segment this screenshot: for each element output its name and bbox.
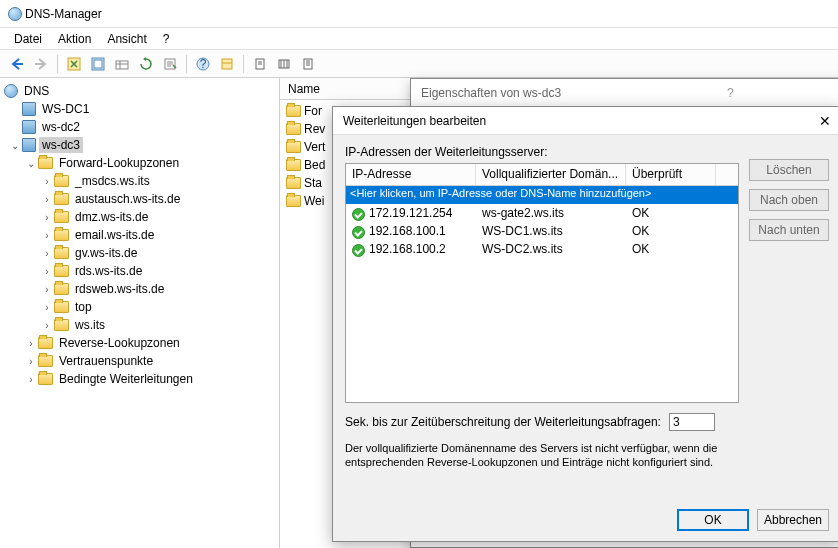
folder-icon [286, 123, 301, 135]
move-down-button[interactable]: Nach unten [749, 219, 829, 241]
dialog-title: Weiterleitungen bearbeiten [343, 114, 486, 128]
expand-icon[interactable]: › [40, 212, 54, 223]
expand-icon[interactable]: › [40, 248, 54, 259]
title-bar: DNS-Manager [0, 0, 838, 28]
svg-rect-5 [116, 61, 128, 69]
menu-file[interactable]: Datei [6, 30, 50, 48]
tree-trust[interactable]: ›Vertrauenspunkte [0, 352, 279, 370]
tree-server[interactable]: ws-dc2 [0, 118, 279, 136]
folder-icon [286, 177, 301, 189]
expand-icon[interactable]: › [40, 176, 54, 187]
folder-icon [38, 355, 53, 367]
expand-icon[interactable]: › [40, 320, 54, 331]
folder-icon [286, 159, 301, 171]
tree-zone[interactable]: ›ws.its [0, 316, 279, 334]
add-entry-row[interactable]: <Hier klicken, um IP-Adresse oder DNS-Na… [346, 186, 738, 204]
forwarder-row[interactable]: 192.168.100.2WS-DC2.ws.itsOK [346, 240, 738, 258]
col-verified[interactable]: Überprüft [626, 164, 716, 185]
tree-server-selected[interactable]: ⌄ws-dc3 [0, 136, 279, 154]
folder-icon [54, 211, 69, 223]
delete-button[interactable]: Löschen [749, 159, 829, 181]
refresh-button[interactable] [135, 53, 157, 75]
menu-view[interactable]: Ansicht [99, 30, 154, 48]
toolbar-btn-3[interactable] [111, 53, 133, 75]
toolbar-btn-2[interactable] [87, 53, 109, 75]
folder-icon [286, 141, 301, 153]
tree-zone[interactable]: ›austausch.ws-its.de [0, 190, 279, 208]
tree-server[interactable]: WS-DC1 [0, 100, 279, 118]
folder-icon [54, 175, 69, 187]
expand-icon[interactable]: › [40, 284, 54, 295]
svg-text:?: ? [200, 57, 207, 71]
help-icon[interactable]: ? [727, 86, 734, 100]
expand-icon[interactable]: › [24, 356, 38, 367]
toolbar-btn-5[interactable] [249, 53, 271, 75]
expand-icon[interactable]: › [40, 302, 54, 313]
expand-icon[interactable]: › [24, 374, 38, 385]
tree-zone[interactable]: ›rdsweb.ws-its.de [0, 280, 279, 298]
collapse-icon[interactable]: ⌄ [8, 140, 22, 151]
col-ip[interactable]: IP-Adresse [346, 164, 476, 185]
ok-icon [352, 244, 365, 257]
expand-icon[interactable]: › [40, 230, 54, 241]
cancel-button[interactable]: Abbrechen [757, 509, 829, 531]
menu-action[interactable]: Aktion [50, 30, 99, 48]
close-icon[interactable]: ✕ [819, 113, 831, 129]
folder-icon [286, 105, 301, 117]
folder-icon [54, 319, 69, 331]
toolbar-btn-6[interactable] [273, 53, 295, 75]
col-fqdn[interactable]: Vollqualifizierter Domän... [476, 164, 626, 185]
folder-icon [54, 229, 69, 241]
folder-icon [54, 265, 69, 277]
tree-panel: DNS WS-DC1 ws-dc2 ⌄ws-dc3 ⌄Forward-Looku… [0, 78, 280, 548]
tree-root[interactable]: DNS [0, 82, 279, 100]
server-icon [22, 120, 36, 134]
help-button[interactable]: ? [192, 53, 214, 75]
folder-icon [54, 193, 69, 205]
folder-icon [38, 373, 53, 385]
tree-root-label: DNS [21, 83, 52, 99]
folder-icon [54, 283, 69, 295]
toolbar-btn-1[interactable] [63, 53, 85, 75]
export-button[interactable] [159, 53, 181, 75]
window-title: DNS-Manager [25, 7, 102, 21]
tree-zone[interactable]: ›gv.ws-its.de [0, 244, 279, 262]
tree-zone[interactable]: ›_msdcs.ws.its [0, 172, 279, 190]
folder-icon [54, 301, 69, 313]
note-text: Der vollqualifizierte Domänenname des Se… [345, 441, 739, 469]
ok-button[interactable]: OK [677, 509, 749, 531]
forwarders-label: IP-Adressen der Weiterleitungsserver: [345, 145, 829, 159]
tree-zone[interactable]: ›top [0, 298, 279, 316]
toolbar-btn-4[interactable] [216, 53, 238, 75]
dns-root-icon [4, 84, 18, 98]
folder-icon [286, 195, 301, 207]
forward-button[interactable] [30, 53, 52, 75]
forwarders-grid: IP-Adresse Vollqualifizierter Domän... Ü… [345, 163, 739, 403]
back-button[interactable] [6, 53, 28, 75]
server-icon [22, 102, 36, 116]
tree-fwd-zones[interactable]: ⌄Forward-Lookupzonen [0, 154, 279, 172]
tree-zone[interactable]: ›dmz.ws-its.de [0, 208, 279, 226]
forwarder-row[interactable]: 172.19.121.254ws-gate2.ws.itsOK [346, 204, 738, 222]
forwarder-row[interactable]: 192.168.100.1WS-DC1.ws.itsOK [346, 222, 738, 240]
toolbar-btn-7[interactable] [297, 53, 319, 75]
expand-icon[interactable]: › [40, 266, 54, 277]
tree-zone[interactable]: ›email.ws-its.de [0, 226, 279, 244]
expand-icon[interactable]: › [40, 194, 54, 205]
collapse-icon[interactable]: ⌄ [24, 158, 38, 169]
ok-icon [352, 226, 365, 239]
tree-cond-fwd[interactable]: ›Bedingte Weiterleitungen [0, 370, 279, 388]
server-icon [22, 138, 36, 152]
move-up-button[interactable]: Nach oben [749, 189, 829, 211]
timeout-input[interactable] [669, 413, 715, 431]
tree-zone[interactable]: ›rds.ws-its.de [0, 262, 279, 280]
tree-rev-zones[interactable]: ›Reverse-Lookupzonen [0, 334, 279, 352]
folder-icon [38, 337, 53, 349]
svg-rect-4 [94, 60, 102, 68]
edit-forwarders-dialog: Weiterleitungen bearbeiten ✕ IP-Adressen… [332, 106, 838, 542]
menu-help[interactable]: ? [155, 30, 178, 48]
toolbar: ? [0, 50, 838, 78]
expand-icon[interactable]: › [24, 338, 38, 349]
folder-icon [38, 157, 53, 169]
folder-icon [54, 247, 69, 259]
